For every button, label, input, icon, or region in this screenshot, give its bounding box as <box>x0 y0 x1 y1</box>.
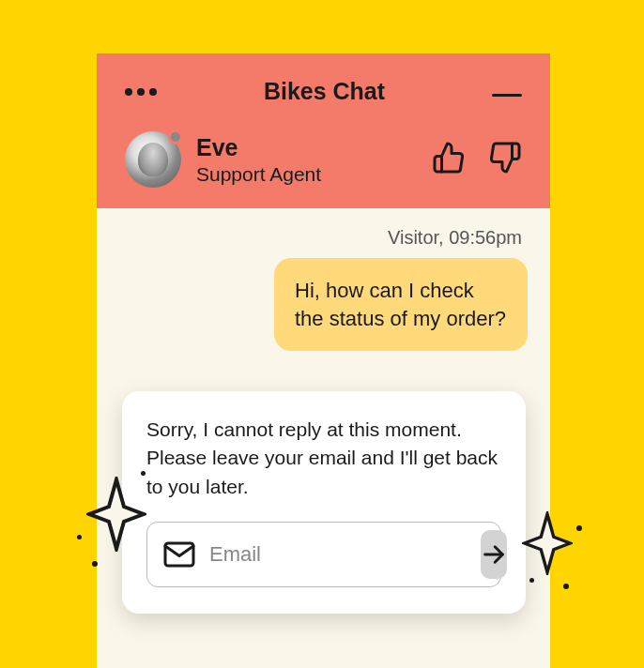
feedback-buttons <box>432 141 522 178</box>
decorative-dot <box>141 471 146 476</box>
visitor-message: Hi, how can I check the status of my ord… <box>274 258 528 351</box>
decorative-dot <box>77 535 82 539</box>
thumbs-up-icon[interactable] <box>432 141 466 178</box>
chat-header: Bikes Chat Eve Support Agent <box>97 53 550 208</box>
card-text: Sorry, I cannot reply at this moment. Pl… <box>146 416 501 501</box>
decorative-dot <box>563 584 569 589</box>
submit-button[interactable] <box>481 530 507 579</box>
decorative-dot <box>92 561 98 567</box>
chat-title: Bikes Chat <box>264 78 385 105</box>
agent-role: Support Agent <box>196 163 417 186</box>
sparkle-icon <box>86 477 146 552</box>
thumbs-down-icon[interactable] <box>488 141 522 178</box>
chat-body: Visitor, 09:56pm Hi, how can I check the… <box>97 208 550 370</box>
agent-info: Eve Support Agent <box>196 133 417 186</box>
message-meta: Visitor, 09:56pm <box>119 227 528 249</box>
sparkle-icon <box>522 511 573 575</box>
email-card: Sorry, I cannot reply at this moment. Pl… <box>122 391 526 614</box>
agent-name: Eve <box>196 133 417 161</box>
email-field[interactable] <box>209 542 468 567</box>
avatar-wrap <box>125 131 181 188</box>
minimize-icon[interactable] <box>492 94 522 97</box>
header-top-row: Bikes Chat <box>125 78 522 105</box>
arrow-right-icon <box>481 541 507 568</box>
agent-row: Eve Support Agent <box>125 131 522 188</box>
mail-icon <box>162 538 196 571</box>
decorative-dot <box>576 525 582 531</box>
decorative-dot <box>529 578 534 583</box>
status-indicator-icon <box>168 129 183 144</box>
email-input-row <box>146 522 501 587</box>
more-icon[interactable] <box>125 88 157 96</box>
